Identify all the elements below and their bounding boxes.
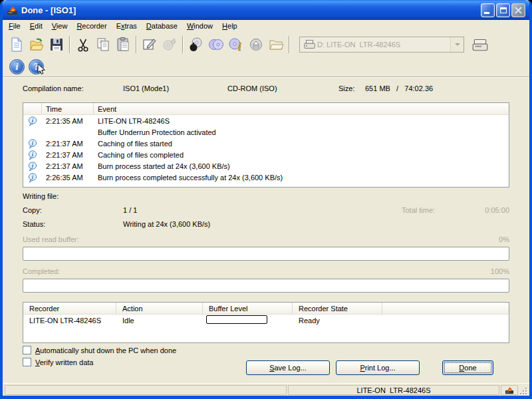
write-disc-button[interactable] xyxy=(186,35,206,55)
buffer-level-column-header[interactable]: Buffer Level xyxy=(203,303,293,314)
log-icon-column-header[interactable] xyxy=(23,103,42,114)
compilation-type: CD-ROM (ISO) xyxy=(227,84,277,92)
toolbar-separator xyxy=(289,36,290,53)
recorder-column-header[interactable]: Recorder xyxy=(23,303,116,314)
menu-item-window[interactable]: Window xyxy=(183,21,218,31)
menu-item-help[interactable]: Help xyxy=(218,21,243,31)
paste-icon xyxy=(115,37,131,53)
log-time: 2:21:37 AM xyxy=(42,140,94,148)
recorder-name: LITE-ON LTR-48246S xyxy=(23,317,116,325)
eject-button[interactable] xyxy=(246,35,266,55)
log-row[interactable]: i 2:26:35 AM Burn process completed succ… xyxy=(23,172,509,183)
print-log-button[interactable]: Print Log... xyxy=(336,360,420,375)
recorder-action: Idle xyxy=(116,317,203,325)
close-icon xyxy=(515,7,522,14)
verify-checkbox-label[interactable]: Verify written data xyxy=(35,358,93,366)
log-time-column-header[interactable]: Time xyxy=(42,103,94,114)
save-button[interactable] xyxy=(47,35,66,55)
cut-icon xyxy=(75,37,91,53)
compilation-name-label: Compilation name: xyxy=(23,84,84,92)
minimize-button[interactable] xyxy=(481,3,495,17)
close-button[interactable] xyxy=(511,3,525,17)
action-column-header[interactable]: Action xyxy=(116,303,203,314)
menu-item-extras[interactable]: Extras xyxy=(112,21,142,31)
open-button[interactable] xyxy=(27,35,47,55)
completed-percent: 100% xyxy=(491,267,509,275)
copy-value: 1 / 1 xyxy=(123,206,137,214)
write-compilation-button[interactable] xyxy=(140,35,160,55)
shutdown-checkbox-label[interactable]: Automatically shut down the PC when done xyxy=(35,346,176,354)
log-row[interactable]: i 2:21:37 AM Burn process started at 24x… xyxy=(23,160,509,172)
statusbar-recorder-text: LITE-ON LTR-48246S xyxy=(356,386,430,394)
info-button[interactable]: i xyxy=(9,59,25,74)
burn-disabled-icon xyxy=(162,37,178,53)
menu-item-database[interactable]: Database xyxy=(142,21,183,31)
drive-button[interactable] xyxy=(468,35,492,55)
info-bubble-icon: i xyxy=(28,150,37,160)
cut-button[interactable] xyxy=(73,35,93,55)
copy-icon xyxy=(95,37,111,53)
combo-dropdown-button[interactable] xyxy=(450,37,464,52)
main-toolbar: i D: LITE-ON LTR-48246S xyxy=(3,32,529,57)
minimize-icon xyxy=(484,12,489,14)
recorder-table: Recorder Action Buffer Level Recorder St… xyxy=(23,302,509,343)
log-event-column-header[interactable]: Event xyxy=(94,103,509,114)
title-bar: Done - [ISO1] xyxy=(3,0,529,20)
shutdown-checkbox[interactable] xyxy=(23,346,31,354)
copy-button[interactable] xyxy=(93,35,113,55)
log-row[interactable]: i 2:21:35 AM LITE-ON LTR-48246S xyxy=(23,115,509,126)
log-row[interactable]: Buffer Underrun Protection activated xyxy=(23,126,509,138)
status-label: Status: xyxy=(23,220,45,228)
new-document-icon xyxy=(9,37,25,53)
log-time: 2:21:35 AM xyxy=(42,117,94,125)
menu-item-file[interactable]: File xyxy=(5,21,26,31)
burn-status-panel: Compilation name: ISO1 (Mode1) CD-ROM (I… xyxy=(3,77,529,383)
secondary-toolbar: i ? xyxy=(3,57,529,77)
status-panel-recorder: LITE-ON LTR-48246S xyxy=(288,385,499,395)
menu-item-view[interactable]: View xyxy=(48,21,73,31)
recorder-state-column-header[interactable]: Recorder State xyxy=(293,303,382,314)
shutdown-checkbox-row: Automatically shut down the PC when done xyxy=(23,346,176,354)
log-event: Caching of files completed xyxy=(94,151,509,159)
event-log[interactable]: Time Event i 2:21:35 AM LITE-ON LTR-4824… xyxy=(23,102,509,188)
maximize-button[interactable] xyxy=(496,3,510,17)
nero-app-icon xyxy=(7,5,18,16)
recorder-select[interactable]: D: LITE-ON LTR-48246S xyxy=(299,37,464,53)
log-row[interactable]: i 2:21:37 AM Caching of files started xyxy=(23,138,509,149)
resize-grip[interactable] xyxy=(519,386,527,395)
maximize-icon xyxy=(500,7,507,13)
open-folder-icon xyxy=(29,37,45,53)
writing-file-label: Writing file: xyxy=(23,192,59,200)
recorder-table-header: Recorder Action Buffer Level Recorder St… xyxy=(23,303,509,315)
write-file-icon xyxy=(142,37,158,53)
log-event: Caching of files started xyxy=(94,140,509,148)
disc-info-button[interactable]: i xyxy=(226,35,246,55)
verify-checkbox[interactable] xyxy=(23,358,31,366)
help-button[interactable]: ? xyxy=(29,59,44,74)
toolbar-separator xyxy=(69,36,70,53)
burn-button-disabled[interactable] xyxy=(160,35,180,55)
log-row[interactable]: i 2:21:37 AM Caching of files completed xyxy=(23,149,509,160)
status-bar: LITE-ON LTR-48246S xyxy=(3,383,529,396)
window-title: Done - [ISO1] xyxy=(21,5,481,15)
paste-button[interactable] xyxy=(113,35,133,55)
drive-icon xyxy=(471,36,489,53)
open-disc-folder-button[interactable] xyxy=(266,35,286,55)
copy-label: Copy: xyxy=(23,206,42,214)
total-time-value: 0:05:00 xyxy=(485,206,509,214)
log-event: Buffer Underrun Protection activated xyxy=(94,128,509,136)
recorder-combo-icon xyxy=(303,37,317,52)
menu-item-recorder[interactable]: Recorder xyxy=(72,21,112,31)
recorder-table-row[interactable]: LITE-ON LTR-48246S Idle Ready xyxy=(23,315,509,326)
disc-info-icon: i xyxy=(228,37,244,53)
status-panel-burn xyxy=(501,385,518,395)
save-log-button[interactable]: Save Log... xyxy=(246,360,330,375)
new-compilation-button[interactable] xyxy=(7,35,27,55)
size-label: Size: xyxy=(338,84,354,92)
info-bubble-icon: i xyxy=(28,116,37,126)
menu-item-edit[interactable]: Edit xyxy=(26,21,48,31)
total-time-label: Total time: xyxy=(402,206,435,214)
copy-disc-button[interactable] xyxy=(206,35,226,55)
verify-checkbox-row: Verify written data xyxy=(23,358,93,366)
done-button[interactable]: Done xyxy=(442,360,493,375)
